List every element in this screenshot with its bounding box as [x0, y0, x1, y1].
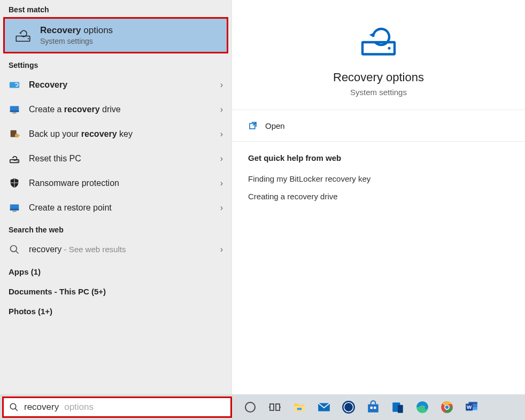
svg-point-7 [15, 134, 19, 137]
svg-rect-8 [18, 135, 20, 136]
file-explorer-icon[interactable] [291, 399, 308, 416]
settings-item-reset-pc[interactable]: Reset this PC › [0, 146, 231, 171]
search-icon [7, 243, 21, 256]
best-match-header: Best match [0, 0, 231, 17]
best-match-subtitle: System settings [40, 37, 113, 45]
taskbar-pinned-apps: W [242, 399, 480, 416]
chevron-right-icon: › [220, 245, 223, 254]
chevron-right-icon: › [220, 80, 223, 90]
monitor-icon [7, 201, 21, 215]
settings-item-recovery[interactable]: Recovery › [0, 73, 231, 97]
chevron-right-icon: › [220, 178, 223, 188]
best-match-recovery-options[interactable]: Recovery options System settings [3, 17, 228, 53]
svg-rect-5 [12, 113, 16, 114]
best-match-texts: Recovery options System settings [40, 25, 113, 45]
phone-link-icon[interactable] [389, 399, 406, 416]
more-category-photos[interactable]: Photos (1+) [0, 301, 231, 321]
edge-icon[interactable] [414, 399, 431, 416]
chevron-right-icon: › [220, 105, 223, 114]
settings-item-ransomware[interactable]: Ransomware protection › [0, 171, 231, 196]
open-icon [248, 121, 258, 130]
svg-line-20 [15, 408, 18, 411]
taskbar-search-box[interactable]: recovery options [2, 396, 232, 418]
help-link-bitlocker[interactable]: Finding my BitLocker recovery key [248, 170, 509, 188]
chevron-right-icon: › [220, 129, 223, 139]
reset-pc-icon [7, 152, 21, 166]
settings-item-restore-point[interactable]: Create a restore point › [0, 196, 231, 220]
chrome-icon[interactable] [438, 399, 455, 416]
recovery-options-icon [13, 26, 33, 45]
svg-point-19 [10, 403, 16, 409]
recovery-icon [7, 78, 21, 92]
help-header: Get quick help from web [248, 153, 509, 162]
svg-point-1 [28, 38, 29, 39]
svg-rect-32 [370, 407, 373, 409]
svg-text:W: W [467, 404, 472, 410]
word-icon[interactable]: W [463, 399, 480, 416]
detail-title: Recovery options [333, 71, 424, 84]
chevron-right-icon: › [220, 203, 223, 213]
help-link-recovery-drive[interactable]: Creating a recovery drive [248, 188, 509, 205]
settings-item-label: Reset this PC [29, 154, 213, 164]
svg-rect-33 [374, 407, 376, 409]
svg-rect-23 [276, 404, 280, 410]
search-web-header: Search the web [0, 220, 231, 237]
recovery-options-icon [357, 18, 400, 61]
detail-hero: Recovery options System settings [232, 0, 525, 110]
svg-point-17 [388, 47, 391, 50]
task-view-icon[interactable] [266, 399, 283, 416]
svg-rect-4 [10, 111, 19, 112]
settings-list: Recovery › Create a recovery drive › Bac… [0, 73, 231, 220]
search-icon [9, 402, 19, 412]
monitor-drive-icon [7, 103, 21, 116]
web-search-label: recovery - See web results [29, 245, 213, 254]
taskbar: recovery options W [0, 394, 525, 420]
more-category-documents[interactable]: Documents - This PC (5+) [0, 282, 231, 301]
search-typed-text: recovery [24, 402, 59, 413]
svg-line-15 [16, 251, 19, 254]
detail-pane: Recovery options System settings Open Ge… [231, 0, 525, 394]
best-match-title: Recovery options [40, 25, 113, 36]
svg-rect-35 [398, 405, 403, 413]
svg-rect-31 [368, 405, 379, 413]
detail-subtitle: System settings [350, 88, 407, 97]
cortana-icon[interactable] [242, 399, 259, 416]
chevron-right-icon: › [220, 154, 223, 164]
backup-key-icon [7, 127, 21, 141]
shield-icon [7, 176, 21, 190]
mail-icon[interactable] [315, 399, 333, 416]
settings-item-label: Recovery [29, 80, 213, 90]
settings-item-create-recovery-drive[interactable]: Create a recovery drive › [0, 97, 231, 122]
settings-item-label: Create a recovery drive [29, 105, 213, 114]
svg-point-14 [11, 246, 17, 252]
settings-item-backup-recovery-key[interactable]: Back up your recovery key › [0, 122, 231, 146]
web-search-item[interactable]: recovery - See web results › [0, 237, 231, 262]
svg-rect-13 [12, 211, 16, 212]
svg-point-21 [245, 402, 255, 412]
more-category-apps[interactable]: Apps (1) [0, 262, 231, 282]
dell-icon[interactable] [340, 399, 357, 416]
settings-item-label: Create a restore point [29, 203, 213, 213]
store-icon[interactable] [365, 399, 382, 416]
svg-point-10 [17, 161, 18, 162]
svg-point-39 [445, 406, 449, 409]
svg-rect-12 [10, 209, 19, 211]
settings-header: Settings [0, 56, 231, 73]
help-section: Get quick help from web Finding my BitLo… [232, 142, 525, 217]
search-suggestion-text: options [64, 402, 94, 413]
svg-rect-22 [270, 404, 274, 410]
svg-rect-27 [297, 408, 302, 410]
search-results-left: Best match Recovery options System setti… [0, 0, 231, 394]
settings-item-label: Back up your recovery key [29, 129, 213, 139]
open-action[interactable]: Open [232, 110, 525, 142]
settings-item-label: Ransomware protection [29, 178, 213, 188]
open-label: Open [265, 121, 285, 130]
